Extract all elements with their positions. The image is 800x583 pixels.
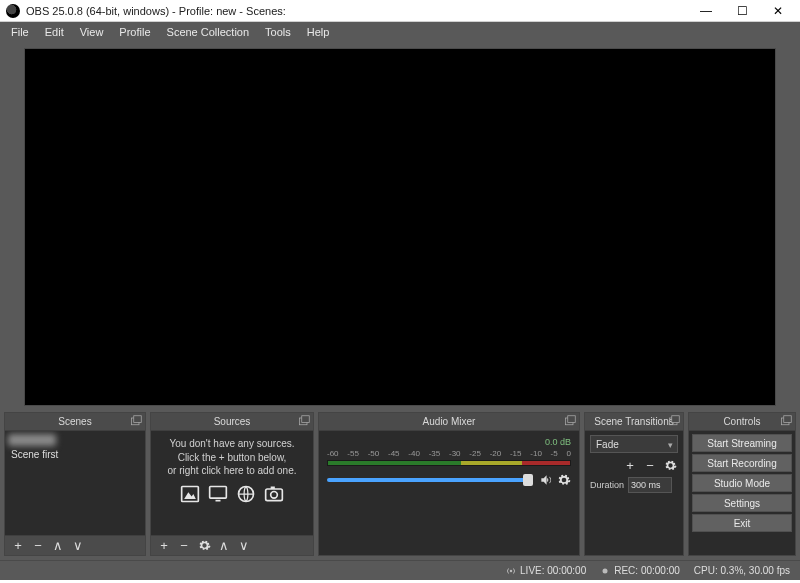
gear-icon[interactable] <box>557 473 571 487</box>
camera-source-icon <box>263 484 285 504</box>
remove-transition-button[interactable]: − <box>642 457 658 473</box>
source-up-button[interactable]: ∧ <box>216 538 232 554</box>
statusbar: LIVE: 00:00:00 REC: 00:00:00 CPU: 0.3%, … <box>0 560 800 580</box>
preview-area <box>0 42 800 412</box>
duration-label: Duration <box>590 480 624 490</box>
start-streaming-button[interactable]: Start Streaming <box>692 434 792 452</box>
settings-button[interactable]: Settings <box>692 494 792 512</box>
transitions-title-label: Scene Transitions <box>594 416 674 427</box>
menu-help[interactable]: Help <box>300 24 337 40</box>
source-properties-button[interactable] <box>196 538 212 554</box>
meter-ticks: -60-55-50-45-40-35-30-25-20-15-10-50 <box>327 449 571 458</box>
sources-title: Sources <box>151 413 313 431</box>
add-transition-button[interactable]: + <box>622 457 638 473</box>
mixer-title-label: Audio Mixer <box>423 416 476 427</box>
meter-tick: -50 <box>368 449 380 458</box>
add-source-button[interactable]: + <box>156 538 172 554</box>
scenes-list[interactable]: Scene first <box>5 431 145 535</box>
mixer-title: Audio Mixer <box>319 413 579 431</box>
docks-row: Scenes Scene first + − ∧ ∨ Sources <box>0 412 800 560</box>
window-title: OBS 25.0.8 (64-bit, windows) - Profile: … <box>26 5 286 17</box>
meter-tick: -55 <box>347 449 359 458</box>
preview-canvas[interactable] <box>24 48 776 406</box>
popout-icon[interactable] <box>668 415 680 427</box>
scenes-toolbar: + − ∧ ∨ <box>5 535 145 555</box>
menu-view[interactable]: View <box>73 24 111 40</box>
svg-rect-15 <box>672 416 680 423</box>
controls-panel: Controls Start Streaming Start Recording… <box>688 412 796 556</box>
svg-rect-1 <box>134 416 142 423</box>
transitions-title: Scene Transitions <box>585 413 683 431</box>
workspace: Scenes Scene first + − ∧ ∨ Sources <box>0 42 800 560</box>
svg-rect-3 <box>302 416 310 423</box>
source-down-button[interactable]: ∨ <box>236 538 252 554</box>
scene-item[interactable]: Scene first <box>5 446 145 463</box>
svg-rect-6 <box>210 486 227 498</box>
menu-tools[interactable]: Tools <box>258 24 298 40</box>
gear-icon <box>198 539 211 552</box>
svg-point-19 <box>603 568 608 573</box>
svg-rect-17 <box>784 416 792 423</box>
minimize-button[interactable]: — <box>688 0 724 22</box>
sources-empty-hint: You don't have any sources. Click the + … <box>151 431 313 535</box>
volume-slider-thumb[interactable] <box>523 474 533 486</box>
svg-rect-7 <box>216 499 221 501</box>
transitions-body: Fade + − Duration 300 ms <box>585 431 683 555</box>
status-rec: REC: 00:00:00 <box>600 565 680 576</box>
status-live-text: LIVE: 00:00:00 <box>520 565 586 576</box>
menu-profile[interactable]: Profile <box>112 24 157 40</box>
transition-properties-button[interactable] <box>662 457 678 473</box>
scenes-panel: Scenes Scene first + − ∧ ∨ <box>4 412 146 556</box>
maximize-button[interactable]: ☐ <box>724 0 760 22</box>
speaker-icon[interactable] <box>539 473 553 487</box>
add-scene-button[interactable]: + <box>10 538 26 554</box>
sources-title-label: Sources <box>214 416 251 427</box>
obs-app-icon <box>6 4 20 18</box>
studio-mode-button[interactable]: Studio Mode <box>692 474 792 492</box>
svg-marker-5 <box>184 492 196 499</box>
source-type-icons <box>161 484 303 504</box>
display-source-icon <box>207 484 229 504</box>
remove-scene-button[interactable]: − <box>30 538 46 554</box>
meter-tick: -45 <box>388 449 400 458</box>
transition-select[interactable]: Fade <box>590 435 678 453</box>
popout-icon[interactable] <box>780 415 792 427</box>
meter-scale: -60-55-50-45-40-35-30-25-20-15-10-50 <box>327 449 571 467</box>
meter-tick: -10 <box>530 449 542 458</box>
popout-icon[interactable] <box>298 415 310 427</box>
menu-scene-collection[interactable]: Scene Collection <box>160 24 257 40</box>
sources-empty-line1: You don't have any sources. <box>161 437 303 451</box>
mixer-slider-row <box>327 473 571 487</box>
status-cpu: CPU: 0.3%, 30.00 fps <box>694 565 790 576</box>
transitions-panel: Scene Transitions Fade + − Duration 300 … <box>584 412 684 556</box>
svg-rect-13 <box>568 416 576 423</box>
controls-title: Controls <box>689 413 795 431</box>
duration-input[interactable]: 300 ms <box>628 477 672 493</box>
scene-down-button[interactable]: ∨ <box>70 538 86 554</box>
gear-icon <box>664 459 677 472</box>
svg-rect-11 <box>271 486 275 489</box>
mixer-body: 0.0 dB -60-55-50-45-40-35-30-25-20-15-10… <box>319 431 579 555</box>
controls-body: Start Streaming Start Recording Studio M… <box>689 431 795 555</box>
close-button[interactable]: ✕ <box>760 0 796 22</box>
broadcast-icon <box>506 566 516 576</box>
remove-source-button[interactable]: − <box>176 538 192 554</box>
sources-empty-line2: Click the + button below, <box>161 451 303 465</box>
svg-rect-4 <box>182 486 199 501</box>
start-recording-button[interactable]: Start Recording <box>692 454 792 472</box>
exit-button[interactable]: Exit <box>692 514 792 532</box>
record-icon <box>600 566 610 576</box>
meter-tick: -5 <box>551 449 558 458</box>
sources-list[interactable]: You don't have any sources. Click the + … <box>151 431 313 535</box>
meter-tick: -20 <box>490 449 502 458</box>
menu-edit[interactable]: Edit <box>38 24 71 40</box>
svg-point-10 <box>271 491 278 498</box>
meter-tick: -25 <box>469 449 481 458</box>
menu-file[interactable]: File <box>4 24 36 40</box>
scene-up-button[interactable]: ∧ <box>50 538 66 554</box>
popout-icon[interactable] <box>130 415 142 427</box>
volume-slider[interactable] <box>327 478 533 482</box>
browser-source-icon <box>235 484 257 504</box>
scenes-title-label: Scenes <box>58 416 91 427</box>
popout-icon[interactable] <box>564 415 576 427</box>
